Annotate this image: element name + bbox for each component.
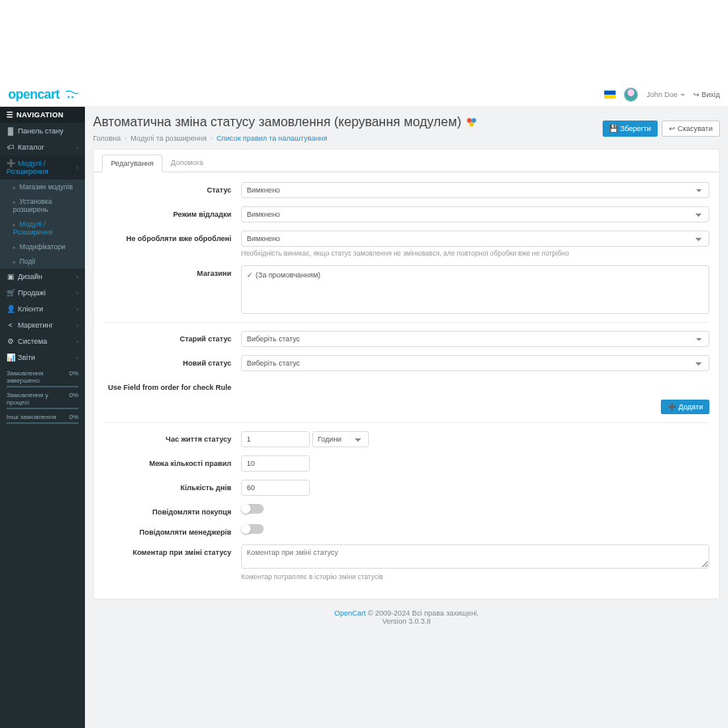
label-debug: Режим відладки <box>104 206 241 218</box>
back-icon: ↩ <box>669 125 675 133</box>
nav-icon: 🏷 <box>6 143 15 151</box>
label-use-field: Use Field from order for check Rule <box>104 379 241 392</box>
nav-icon: ⚙ <box>6 337 15 345</box>
sidebar-sub-2-1[interactable]: Установка розширень <box>0 194 85 217</box>
label-lifetime: Час життя статусу <box>104 431 241 443</box>
input-lifetime[interactable] <box>241 431 310 447</box>
label-rules-limit: Межа кількості правил <box>104 455 241 468</box>
brand-logo[interactable]: opencart <box>8 87 79 102</box>
textarea-comment[interactable] <box>241 544 709 569</box>
prog-label-0: Замовлення завершено <box>6 370 69 384</box>
toggle-notify-buyer[interactable] <box>241 504 264 514</box>
progress-bar-1 <box>6 408 78 409</box>
sidebar-sub-2-3[interactable]: Модифікатори <box>0 239 85 254</box>
sidebar-item-4[interactable]: 🛒Продажі› <box>0 285 85 301</box>
chevron-right-icon: › <box>76 164 78 171</box>
bc-current[interactable]: Список правил та налаштування <box>217 134 328 142</box>
select-new-status[interactable]: Виберіть статус <box>241 355 709 371</box>
save-button[interactable]: 💾Зберегти <box>603 121 658 137</box>
sidebar-item-7[interactable]: ⚙Система› <box>0 333 85 349</box>
svg-point-2 <box>468 118 472 123</box>
cart-icon <box>65 91 79 99</box>
user-name: John Doe <box>646 91 678 99</box>
nav-icon: < <box>6 321 15 329</box>
form-panel: Редагування Допомога Статус Вимкнено Реж… <box>93 149 720 599</box>
label-noprocess: Не обробляти вже оброблені <box>104 231 241 243</box>
sidebar-item-8[interactable]: 📊Звіти› <box>0 349 85 366</box>
nav-icon: ▓ <box>6 127 15 135</box>
label-status: Статус <box>104 182 241 194</box>
version-text: Version 3.0.3.8 <box>382 617 430 625</box>
sidebar-item-2[interactable]: ➕Модулі / Розширення› <box>0 155 85 180</box>
logout-link[interactable]: ↪ Вихід <box>693 91 720 99</box>
brand-text: opencart <box>8 87 60 101</box>
nav-icon: 👤 <box>6 305 15 313</box>
svg-point-3 <box>472 118 476 123</box>
sidebar: NAVIGATION ▓Панель стану🏷Каталог›➕Модулі… <box>0 107 85 728</box>
footer-brand-link[interactable]: OpenCart <box>334 609 366 617</box>
input-rules-limit[interactable] <box>241 455 310 472</box>
progress-bar-2 <box>6 422 78 424</box>
nav-icon: 🛒 <box>6 289 15 297</box>
footer: OpenCart © 2009-2024 Всі права захищені.… <box>93 599 720 635</box>
breadcrumb: Головна › Модулі та розширення › Список … <box>93 134 328 142</box>
select-status[interactable]: Вимкнено <box>241 182 709 198</box>
toggle-notify-mgr[interactable] <box>241 524 264 534</box>
divider <box>104 322 709 323</box>
status-widget: Замовлення завершено0%Замовлення у проце… <box>0 366 85 432</box>
tab-edit[interactable]: Редагування <box>102 154 163 172</box>
chevron-right-icon: › <box>76 338 78 345</box>
avatar[interactable] <box>624 87 638 102</box>
sidebar-sub-2-2[interactable]: Модулі / Розширення <box>0 217 85 239</box>
label-notify-mgr: Повідомляти менеджерів <box>104 524 241 536</box>
module-icon <box>466 116 477 128</box>
select-noprocess[interactable]: Вимкнено <box>241 231 709 247</box>
sidebar-item-5[interactable]: 👤Клієнти› <box>0 301 85 317</box>
user-menu[interactable]: John Doe <box>646 91 685 99</box>
nav-icon: ▣ <box>6 273 15 281</box>
input-days[interactable] <box>241 480 310 496</box>
chevron-right-icon: › <box>76 144 78 151</box>
svg-point-0 <box>67 96 69 98</box>
chevron-right-icon: › <box>76 273 78 281</box>
label-notify-buyer: Повідомляти покупця <box>104 504 241 516</box>
label-days: Кількість днів <box>104 480 241 492</box>
sidebar-sub-2-4[interactable]: Події <box>0 254 85 269</box>
prog-label-1: Замовлення у процесі <box>6 392 69 406</box>
bc-home[interactable]: Головна <box>93 134 121 142</box>
content-area: Автоматична зміна статусу замовлення (ке… <box>85 107 728 728</box>
bc-ext[interactable]: Модулі та розширення <box>130 134 206 142</box>
select-lifetime-unit[interactable]: Години <box>312 431 369 447</box>
svg-point-1 <box>71 96 73 98</box>
sidebar-sub-2-0[interactable]: Магазин модулів <box>0 180 85 194</box>
add-button[interactable]: ➕Додати <box>661 400 709 414</box>
language-flag-icon[interactable] <box>604 91 616 99</box>
progress-bar-0 <box>6 386 78 387</box>
chevron-right-icon: › <box>76 354 78 362</box>
save-icon: 💾 <box>609 125 618 133</box>
page-title: Автоматична зміна статусу замовлення (ке… <box>93 115 461 129</box>
sidebar-item-0[interactable]: ▓Панель стану <box>0 123 85 139</box>
prog-val-1: 0% <box>69 392 78 406</box>
sidebar-item-6[interactable]: <Маркетинг› <box>0 317 85 333</box>
label-old-status: Старий статус <box>104 331 241 343</box>
prog-val-2: 0% <box>69 413 78 421</box>
help-comment: Коментар потрапляє в історію зміни стату… <box>241 573 709 581</box>
svg-point-4 <box>469 122 474 127</box>
tab-help[interactable]: Допомога <box>163 154 211 171</box>
chevron-right-icon: › <box>76 322 78 329</box>
cancel-button[interactable]: ↩Скасувати <box>662 121 720 137</box>
store-default[interactable]: (За промовчанням) <box>247 271 320 279</box>
select-debug[interactable]: Вимкнено <box>241 206 709 222</box>
topbar: opencart John Doe ↪ Вихід <box>0 83 728 107</box>
sidebar-item-3[interactable]: ▣Дизайн› <box>0 269 85 285</box>
tabs: Редагування Допомога <box>94 150 719 172</box>
caret-down-icon <box>680 94 685 96</box>
divider <box>104 422 709 423</box>
sidebar-item-1[interactable]: 🏷Каталог› <box>0 139 85 155</box>
plus-icon: ➕ <box>667 403 676 411</box>
label-comment: Коментар при зміні статусу <box>104 544 241 557</box>
nav-icon: ➕ <box>6 159 15 167</box>
stores-box[interactable]: (За промовчанням) <box>241 265 709 314</box>
select-old-status[interactable]: Виберіть статус <box>241 331 709 347</box>
